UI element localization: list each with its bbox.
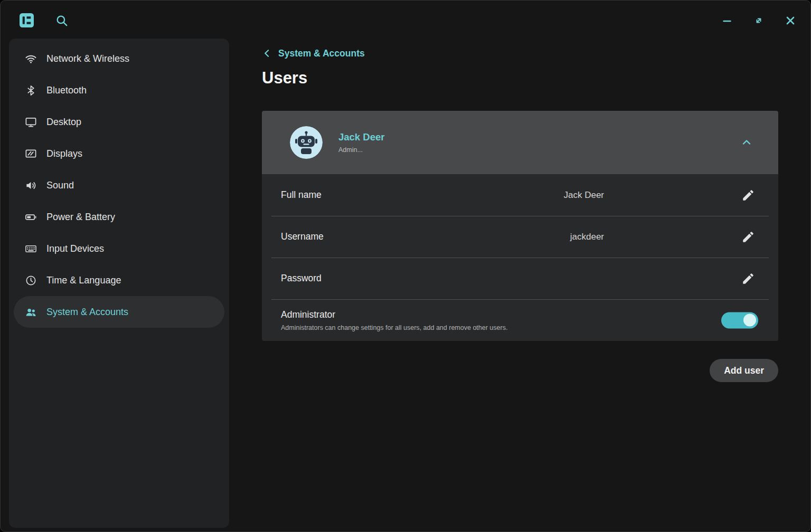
window-controls — [721, 14, 797, 27]
wifi-icon — [25, 53, 37, 65]
sidebar-item-label: System & Accounts — [46, 307, 128, 318]
edit-full-name-button[interactable] — [741, 188, 755, 202]
sidebar-item-displays[interactable]: Displays — [14, 138, 224, 169]
sidebar: Network & Wireless Bluetooth Desktop — [9, 39, 229, 528]
edit-password-button[interactable] — [741, 272, 755, 286]
full-name-row: Full name Jack Deer — [262, 174, 778, 216]
chevron-up-icon[interactable] — [740, 136, 753, 149]
password-label: Password — [281, 273, 710, 284]
sidebar-item-system-accounts[interactable]: System & Accounts — [14, 296, 224, 328]
minimize-button[interactable] — [721, 14, 733, 27]
user-role: Admin... — [338, 146, 384, 154]
sidebar-item-power-battery[interactable]: Power & Battery — [14, 201, 224, 233]
page-title: Users — [262, 69, 778, 88]
sidebar-item-desktop[interactable]: Desktop — [14, 106, 224, 138]
sidebar-item-label: Input Devices — [46, 243, 104, 254]
pencil-icon — [741, 230, 755, 244]
user-card-body: Full name Jack Deer Username jackdeer Pa… — [262, 174, 778, 341]
sidebar-item-label: Bluetooth — [46, 85, 87, 96]
avatar — [290, 126, 323, 159]
breadcrumb-back[interactable]: System & Accounts — [262, 45, 778, 61]
password-row: Password — [262, 258, 778, 299]
sidebar-item-label: Desktop — [46, 117, 81, 128]
titlebar — [1, 1, 810, 40]
sidebar-item-label: Power & Battery — [46, 212, 115, 223]
username-label: Username — [281, 231, 710, 242]
sidebar-item-sound[interactable]: Sound — [14, 169, 224, 201]
user-meta: Jack Deer Admin... — [338, 131, 384, 154]
app-logo-icon — [20, 13, 34, 27]
chevron-left-icon — [262, 48, 272, 59]
battery-icon — [25, 211, 37, 223]
full-name-label: Full name — [281, 189, 710, 201]
administrator-row: Administrator Administrators can change … — [262, 299, 778, 341]
bluetooth-icon — [25, 84, 37, 97]
sidebar-item-time-language[interactable]: Time & Language — [14, 264, 224, 296]
sidebar-item-bluetooth[interactable]: Bluetooth — [14, 74, 224, 106]
add-user-button[interactable]: Add user — [710, 359, 778, 382]
username-row: Username jackdeer — [262, 216, 778, 258]
maximize-button[interactable] — [752, 14, 765, 27]
toggle-knob — [743, 314, 756, 327]
users-icon — [25, 306, 37, 318]
displays-icon — [25, 148, 37, 160]
sidebar-item-input-devices[interactable]: Input Devices — [14, 233, 224, 264]
sidebar-item-label: Sound — [46, 180, 74, 191]
speaker-icon — [25, 179, 37, 192]
desktop-icon — [25, 116, 37, 128]
sidebar-item-label: Network & Wireless — [46, 53, 129, 64]
pencil-icon — [741, 188, 755, 202]
keyboard-icon — [25, 243, 37, 255]
edit-username-button[interactable] — [741, 230, 755, 244]
settings-window: Network & Wireless Bluetooth Desktop — [0, 0, 811, 532]
username-value: jackdeer — [570, 232, 604, 242]
sidebar-item-label: Displays — [46, 148, 82, 159]
user-name: Jack Deer — [338, 131, 384, 143]
user-card: Jack Deer Admin... Full name Jack Deer U… — [262, 111, 778, 341]
administrator-toggle[interactable] — [721, 312, 758, 328]
breadcrumb-label: System & Accounts — [278, 48, 365, 59]
search-icon[interactable] — [55, 14, 69, 27]
sidebar-item-label: Time & Language — [46, 275, 121, 286]
close-button[interactable] — [784, 14, 797, 27]
user-card-header[interactable]: Jack Deer Admin... — [262, 111, 778, 174]
full-name-value: Jack Deer — [563, 190, 604, 201]
main-content: System & Accounts Users — [229, 40, 810, 531]
administrator-description: Administrators can change settings for a… — [281, 324, 710, 331]
pencil-icon — [741, 272, 755, 286]
administrator-label: Administrator — [281, 309, 710, 320]
clock-icon — [25, 274, 37, 287]
sidebar-item-network-wireless[interactable]: Network & Wireless — [14, 43, 224, 74]
